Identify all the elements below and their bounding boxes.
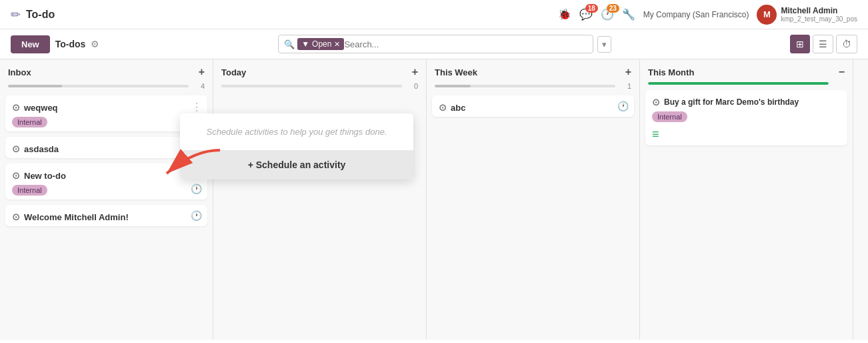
kanban-view-button[interactable]: ⊞ — [790, 35, 810, 53]
company-name: My Company (San Francisco) — [643, 10, 749, 19]
card-buy-gift-tag: Internal — [652, 111, 687, 122]
top-navigation: ✏ To-do 🐞 💬 18 🕐 23 🔧 My Company (San Fr… — [0, 0, 868, 29]
card-welcome-title: ⊙ Welcome Mitchell Admin! — [12, 212, 201, 222]
column-this-month-minus-button[interactable]: − — [839, 66, 845, 78]
wrench-icon: 🔧 — [622, 9, 635, 20]
bug-icon: 🐞 — [558, 9, 571, 20]
check-icon: ⊙ — [12, 170, 20, 181]
column-this-week-add-button[interactable]: + — [625, 66, 631, 78]
check-icon: ⊙ — [12, 143, 20, 154]
view-switcher: ⊞ ☰ ⏱ — [790, 35, 857, 53]
filter-tag-label: Open — [312, 39, 331, 49]
company-info: My Company (San Francisco) — [643, 10, 749, 19]
search-area: 🔍 ▼ Open ✕ ▾ — [278, 35, 611, 53]
bug-button[interactable]: 🐞 — [558, 8, 571, 21]
column-inbox-header: Inbox + — [0, 59, 213, 82]
card-new-todo-clock-icon[interactable]: 🕐 — [191, 184, 202, 194]
column-today: Today + 0 — [213, 59, 427, 340]
activity-button[interactable]: 🕐 23 — [601, 8, 614, 21]
column-this-week-header: This Week + — [427, 59, 639, 82]
check-icon: ⊙ — [652, 97, 660, 107]
inbox-progress-fill — [8, 85, 62, 87]
column-inbox: Inbox + 4 ⊙ weqweq Internal ⋮ 🕐 — [0, 59, 213, 340]
this-week-progress-bar — [435, 85, 615, 87]
this-week-count: 1 — [621, 82, 631, 90]
settings-button[interactable]: 🔧 — [622, 8, 635, 21]
card-buy-gift[interactable]: ⊙ Buy a gift for Marc Demo's birthday In… — [645, 90, 847, 145]
card-asdasda[interactable]: ⊙ asdasda — [5, 137, 207, 158]
column-today-title: Today — [221, 67, 246, 77]
today-count: 0 — [407, 82, 418, 90]
chat-button[interactable]: 💬 18 — [579, 8, 593, 21]
column-this-month-title: This Month — [648, 67, 694, 77]
this-month-progress-fill — [648, 82, 829, 85]
today-progress-bar — [221, 85, 402, 87]
filter-funnel-icon: ▼ — [301, 39, 309, 49]
app-branding: ✏ To-do — [11, 7, 55, 22]
user-info: Mitchell Admin kmp_2_test_may_30_pos — [781, 6, 857, 23]
card-new-todo-title: ⊙ New to-do — [12, 170, 201, 181]
column-this-week: This Week + 1 ⊙ abc 🕐 — [427, 59, 640, 340]
column-this-month: This Month − ⊙ Buy a gift for Marc Demo'… — [640, 59, 853, 340]
column-this-week-progress: 1 — [427, 82, 639, 93]
user-profile[interactable]: M Mitchell Admin kmp_2_test_may_30_pos — [757, 5, 857, 25]
check-icon: ⊙ — [439, 102, 447, 113]
search-icon: 🔍 — [284, 39, 295, 49]
nav-actions: 🐞 💬 18 🕐 23 🔧 My Company (San Francisco)… — [558, 5, 857, 25]
card-welcome[interactable]: ⊙ Welcome Mitchell Admin! 🕐 — [5, 205, 207, 226]
column-this-month-progress — [640, 82, 853, 87]
filter-close-button[interactable]: ✕ — [334, 40, 340, 49]
column-today-add-button[interactable]: + — [412, 66, 418, 78]
this-week-progress-fill — [435, 85, 471, 87]
column-today-progress: 0 — [213, 82, 426, 93]
popup-hint-text: Schedule activities to help you get thin… — [180, 113, 413, 150]
column-this-week-cards: ⊙ abc 🕐 — [427, 93, 639, 340]
toolbar-left: New To-dos ⚙ — [11, 35, 99, 53]
gear-icon[interactable]: ⚙ — [91, 39, 99, 49]
user-sub: kmp_2_test_may_30_pos — [781, 15, 857, 23]
app-icon: ✏ — [11, 7, 21, 22]
column-inbox-title: Inbox — [8, 67, 31, 77]
this-month-progress-bar — [648, 82, 829, 85]
card-abc-title: ⊙ abc — [439, 102, 627, 113]
activity-popup: Schedule activities to help you get thin… — [180, 113, 413, 180]
column-this-week-title: This Week — [435, 67, 477, 77]
check-icon: ⊙ — [12, 102, 20, 113]
card-new-todo[interactable]: ⊙ New to-do Internal 🕐 — [5, 163, 207, 200]
kanban-board: Inbox + 4 ⊙ weqweq Internal ⋮ 🕐 — [0, 59, 868, 340]
chat-badge: 18 — [585, 4, 598, 13]
card-options-icon[interactable]: ⋮ — [191, 101, 202, 113]
inbox-count: 4 — [194, 82, 205, 90]
new-button[interactable]: New — [11, 35, 50, 53]
activity-badge: 23 — [607, 4, 619, 13]
clock-view-button[interactable]: ⏱ — [836, 35, 857, 53]
card-abc-clock-icon[interactable]: 🕐 — [617, 101, 629, 111]
card-welcome-clock-icon[interactable]: 🕐 — [191, 210, 202, 221]
card-weqweq[interactable]: ⊙ weqweq Internal ⋮ 🕐 — [5, 95, 207, 131]
column-today-header: Today + — [213, 59, 426, 82]
avatar-initials: M — [763, 9, 771, 19]
search-input[interactable] — [344, 39, 587, 49]
list-view-button[interactable]: ☰ — [813, 35, 833, 53]
filter-tag-open[interactable]: ▼ Open ✕ — [297, 38, 344, 50]
avatar: M — [757, 5, 777, 25]
column-inbox-progress: 4 — [0, 82, 213, 93]
column-inbox-add-button[interactable]: + — [199, 66, 205, 78]
column-this-month-cards: ⊙ Buy a gift for Marc Demo's birthday In… — [640, 87, 853, 340]
card-new-todo-tag: Internal — [12, 185, 47, 196]
card-asdasda-title: ⊙ asdasda — [12, 143, 201, 154]
app-title: To-do — [26, 9, 55, 21]
check-icon: ⊙ — [12, 212, 20, 222]
page-title: To-dos — [55, 39, 86, 49]
card-weqweq-title: ⊙ weqweq — [12, 102, 201, 113]
card-weqweq-tag: Internal — [12, 117, 47, 127]
card-buy-gift-title: ⊙ Buy a gift for Marc Demo's birthday — [652, 97, 841, 107]
card-abc[interactable]: ⊙ abc 🕐 — [432, 95, 634, 117]
lines-icon[interactable]: ≡ — [652, 127, 659, 141]
column-this-month-header: This Month − — [640, 59, 853, 82]
search-bar: 🔍 ▼ Open ✕ — [278, 35, 593, 53]
schedule-activity-button[interactable]: + Schedule an activity — [180, 150, 413, 180]
search-dropdown-button[interactable]: ▾ — [597, 36, 611, 53]
toolbar: New To-dos ⚙ 🔍 ▼ Open ✕ ▾ ⊞ ☰ ⏱ — [0, 29, 868, 59]
inbox-progress-bar — [8, 85, 189, 87]
